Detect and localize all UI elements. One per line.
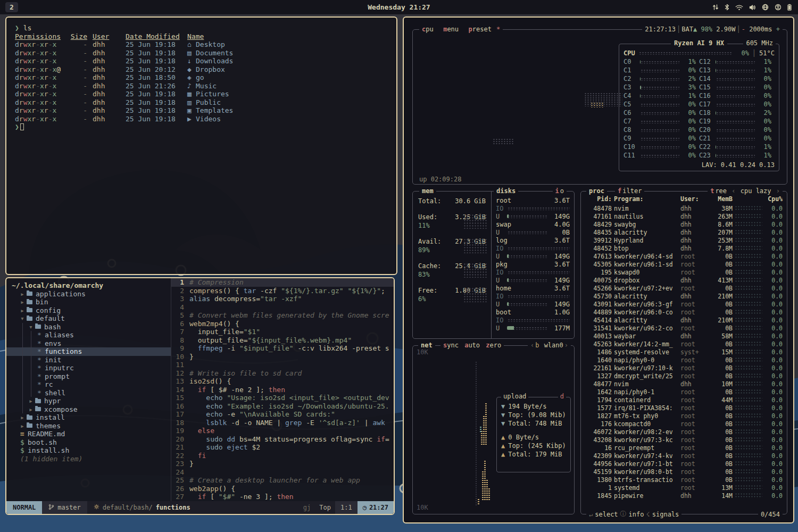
net-interface[interactable]: ‹b wlan0› [528,341,571,350]
btop-menu-preset[interactable]: preset [469,26,492,33]
net-panel-title: upload [501,393,528,400]
proc-row[interactable]: 45414alacrittydhh210M0.0 [585,316,783,324]
file-name: ▦Pictures [187,90,388,98]
btop-menu-menu[interactable]: menu [443,26,459,33]
prompt-line[interactable]: ❯ [15,123,388,131]
proc-row[interactable]: 1486systemd-resolvesyst+15M0.0 [585,348,783,356]
prompt-line: ❯ ls [15,24,388,32]
proc-row[interactable]: 39912Hyprlanddhh253M0.0 [585,236,783,244]
user-icon[interactable] [775,4,782,11]
btop-window[interactable]: cpu menu preset * 21:27:13 │ BAT▲ 98% 2.… [403,16,794,523]
vim-mode-indicator: NORMAL [6,501,42,514]
proc-row[interactable]: 45159kworker/u98:0-btroot0B0.0 [585,468,783,476]
proc-row[interactable]: 1380btrfs-transactioroot0B0.0 [585,476,783,484]
proc-row[interactable]: 45730alacrittydhh210M0.0 [585,292,783,300]
proc-row[interactable]: 48435alacrittydhh207M0.0 [585,228,783,236]
proc-row[interactable]: 1systemdroot13M0.0 [585,484,783,492]
refresh-interval[interactable]: - 2000ms + [742,26,780,33]
tree-item-config[interactable]: ▸config [6,306,171,315]
proc-row[interactable]: 45266kworker/u97:2+evroot0B0.0 [585,284,783,292]
tree-item-xcompose[interactable]: ▸xcompose [6,405,171,414]
proc-row[interactable]: 42309kworker/u97:4-kvroot0B0.0 [585,452,783,460]
proc-row[interactable]: 44889kworker/u96:0-coroot0B0.0 [585,308,783,316]
git-branch[interactable]: master [42,501,87,514]
net-graph-spike [480,426,481,432]
bluetooth-icon[interactable] [725,4,729,11]
proc-row[interactable]: 45263kworker/14:2-mm_root0B0.0 [585,340,783,348]
battery-icon[interactable] [787,4,792,11]
folder-icon [35,407,41,411]
proc-row[interactable]: 1794containerdroot44M0.0 [585,396,783,404]
workspace-indicator[interactable]: 2 [5,2,18,12]
proc-filter-toggle[interactable]: filter [615,187,644,195]
terminal-window[interactable]: ❯ lsPermissionsSizeUserDate ModifiedName… [5,16,397,275]
mem-stat-avail: Avail:27.3 GiB89% [418,237,486,254]
proc-row[interactable]: 1642napi/phy0-1root0B0.0 [585,388,783,396]
code-line: 3alias decompress="tar -xzf" [171,295,394,303]
tree-item-install[interactable]: ▸install [6,413,171,422]
tree-item-default[interactable]: ▾default [6,314,171,323]
proc-row[interactable]: 46072kworker/u98:2-evroot0B0.0 [585,428,783,436]
cpu-model: Ryzen AI 9 HX [671,39,727,47]
proc-row[interactable]: 45305kworker/u96:1-sdroot0B0.0 [585,260,783,268]
volume-icon[interactable] [749,4,756,11]
proc-row[interactable]: 1640napi/phy0-0root0B0.0 [585,356,783,364]
proc-row[interactable]: 48477nvimdhh10M0.0 [585,380,783,388]
proc-cpu-sparkline [735,405,762,410]
mem-mini-graph [463,287,488,302]
clock[interactable]: Wednesday 21:27 [368,3,430,11]
tree-item-applications[interactable]: ▸applications [6,290,171,298]
neovim-window[interactable]: ~/.local/share/omarchy▸applications▸bin▸… [5,277,395,515]
code-line: 25# Create a desktop launcher for a web … [171,476,394,485]
tree-item-readme.md[interactable]: ≡README.md [6,430,171,438]
net-toggle-auto[interactable]: auto [464,342,480,349]
proc-cpu-sparkline [735,214,762,219]
proc-row[interactable]: 43091kworker/u96:3-gfroot0B0.0 [585,300,783,308]
proc-row[interactable]: 48452btopdhh7.8M0.0 [585,244,783,252]
proc-row[interactable]: 1577irq/81-PIXA3854:root0B0.0 [585,404,783,412]
proc-row[interactable]: 31541kworker/u96:2-coroot0B0.0 [585,324,783,332]
public-icon: ▥ [187,98,196,107]
proc-row[interactable]: 40013waybardhh58M0.0 [585,332,783,340]
core-c9: C90% [624,135,699,142]
proc-row[interactable]: 1327dmcrypt_write/25root0B0.0 [585,372,783,380]
clock-icon: ◷ [363,504,367,511]
mem-total-row: Total:30.6 GiB [418,197,486,205]
proc-row[interactable]: 48429swaybgdhh8.6M0.0 [585,220,783,228]
tree-item--.local-share-omarchy[interactable]: ~/.local/share/omarchy [6,281,171,290]
git-branch-icon [48,504,54,512]
proc-row[interactable]: 47161nautilusdhh263M0.0 [585,212,783,220]
tree-item-bash[interactable]: ▾bash [6,323,171,331]
btop-menu-cpu[interactable]: cpu [422,26,434,33]
proc-footer-actions[interactable]: ↵select ⓘinfo ☇signals [586,510,681,518]
proc-row[interactable]: 44956kworker/u97:1-btroot0B0.0 [585,460,783,468]
wifi-icon[interactable] [735,4,743,11]
proc-row[interactable]: 48478nvimdhh38M0.0 [585,204,783,212]
globe-icon[interactable] [762,4,769,11]
battery-status: BAT▲ 98% 2.90W [681,26,735,33]
proc-row[interactable]: 1845pipewiredhh14M0.0 [585,492,783,500]
proc-row[interactable]: 40075dropboxdhh413M0.0 [585,276,783,284]
tree-item-themes[interactable]: ▸themes [6,422,171,430]
core-c7: C70% [624,118,699,125]
proc-row[interactable]: 22161kworker/u97:10-kroot0B0.0 [585,364,783,372]
btop-proc-box: proc filter tree ‹ cpu lazy › Pid: Progr… [580,191,787,514]
net-toggle-zero[interactable]: zero [486,342,501,349]
code-editor[interactable]: 1# Compression2compress() { tar -czf "${… [171,278,394,501]
proc-row[interactable]: 1827mt76-tx phy0root0B0.0 [585,412,783,420]
proc-row[interactable]: 16rcu_preemptroot0B0.0 [585,444,783,452]
proc-row[interactable]: 195kswapd0root0B0.0 [585,268,783,276]
file-name: ▥Public [187,98,388,107]
proc-sort-cluster[interactable]: tree ‹ cpu lazy › [708,187,783,195]
tree-item-hypr[interactable]: ▸hypr [6,397,171,405]
proc-row[interactable]: 176kcompactd0root0B0.0 [585,420,783,428]
proc-row[interactable]: 47613kworker/u96:4-sdroot0B0.0 [585,252,783,260]
tree-item-bin[interactable]: ▸bin [6,298,171,306]
tree-item-install.sh[interactable]: $install.sh [6,446,171,455]
updates-icon[interactable] [712,4,719,11]
net-toggle-sync[interactable]: sync [443,342,459,349]
core-c21: C210% [699,135,775,142]
core-row: C60%C182% [624,109,775,117]
tree-item-boot.sh[interactable]: $boot.sh [6,438,171,447]
proc-row[interactable]: 43208kworker/u97:3-kcroot0B0.0 [585,436,783,444]
